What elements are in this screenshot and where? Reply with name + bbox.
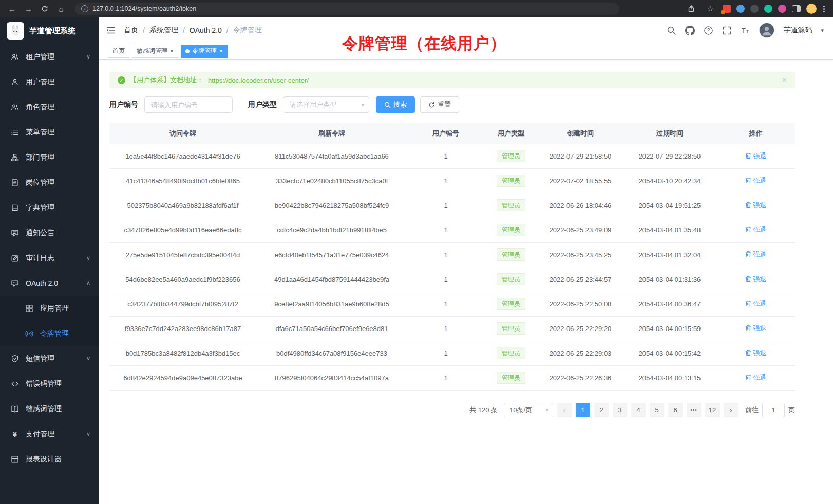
sidebar-item-sms[interactable]: 短信管理 ∨ (0, 346, 99, 371)
user-type-select[interactable]: 请选择用户类型 ▾ (283, 96, 369, 113)
sidebar-item-post[interactable]: 岗位管理 (0, 170, 99, 195)
url-text[interactable]: 127.0.0.1:1024/system/oauth2/token (92, 5, 196, 12)
force-logout-button[interactable]: 强退 (745, 250, 767, 259)
app-logo[interactable]: 芋道管理系统 (0, 17, 99, 44)
sidebar-item-dict[interactable]: 字典管理 (0, 195, 99, 220)
force-logout-button[interactable]: 强退 (745, 324, 767, 333)
sidebar-item-report-designer[interactable]: 报表设计器 (0, 447, 99, 472)
user-menu-caret-icon[interactable]: ▾ (821, 27, 824, 34)
force-logout-button[interactable]: 强退 (745, 299, 767, 308)
doc-link[interactable]: https://doc.iocoder.cn/user-center/ (208, 76, 309, 84)
prev-page-button[interactable]: ‹ (557, 403, 572, 417)
sidebar-item-tenant[interactable]: 租户管理 ∨ (0, 44, 99, 69)
user-type-badge: 管理员 (497, 322, 525, 335)
browser-forward-icon[interactable]: → (22, 2, 35, 15)
force-logout-button[interactable]: 强退 (745, 201, 767, 210)
sidebar-item-payment[interactable]: ¥ 支付管理 ∨ (0, 421, 99, 447)
table-row: 6d842e2924594de9a09e45e087323abe 8796295… (109, 365, 795, 390)
token-table: 访问令牌 刷新令牌 用户编号 用户类型 创建时间 过期时间 操作 1ea5e44… (109, 123, 795, 391)
page-button-2[interactable]: 2 (594, 403, 609, 417)
tab-home[interactable]: 首页 (108, 45, 129, 58)
extension-green-icon[interactable] (764, 5, 772, 13)
table-row: b0d1785bc3a8482f812db4a3f3bd15ec b0df498… (109, 341, 795, 365)
goto-page-input[interactable] (762, 403, 785, 417)
announcement-icon (11, 229, 19, 237)
page-ellipsis[interactable]: ••• (687, 403, 701, 417)
page-button-3[interactable]: 3 (613, 403, 627, 417)
user-id-input[interactable] (144, 96, 233, 113)
close-icon[interactable]: × (170, 48, 174, 54)
share-icon[interactable] (685, 2, 698, 15)
page-button-6[interactable]: 6 (668, 403, 683, 417)
force-logout-label: 强退 (753, 201, 767, 210)
reset-button[interactable]: 重置 (420, 96, 459, 113)
sidebar-item-role[interactable]: 角色管理 (0, 94, 99, 120)
browser-home-icon[interactable]: ⌂ (54, 2, 68, 15)
github-icon[interactable] (685, 26, 695, 35)
page-size-select[interactable]: 10条/页 ▾ (504, 403, 553, 417)
tab-sensitive-word[interactable]: 敏感词管理 × (132, 45, 178, 58)
split-view-icon[interactable] (792, 5, 801, 12)
page-unit-label: 页 (788, 405, 795, 415)
browser-back-icon[interactable]: ← (5, 2, 18, 15)
breadcrumb-home[interactable]: 首页 (124, 26, 138, 35)
page-button-1[interactable]: 1 (576, 403, 590, 417)
next-page-button[interactable]: › (724, 403, 738, 417)
access-token-cell: c347026e805e4d99b0d116eae66eda8c (109, 218, 256, 242)
user-avatar[interactable] (759, 23, 774, 38)
force-logout-button[interactable]: 强退 (745, 176, 767, 185)
search-button[interactable]: 搜索 (376, 96, 415, 113)
alert-close-icon[interactable]: × (782, 75, 787, 85)
extension-blue-icon[interactable] (736, 5, 745, 13)
font-size-icon[interactable]: TT (741, 26, 750, 35)
sidebar-toggle-icon[interactable] (106, 25, 116, 35)
search-icon[interactable] (667, 26, 676, 35)
sidebar-item-user[interactable]: 用户管理 (0, 69, 99, 94)
sidebar-item-dept[interactable]: 部门管理 (0, 145, 99, 170)
site-info-icon[interactable]: i (81, 5, 88, 12)
sidebar-item-oauth2-token[interactable]: 令牌管理 (0, 321, 99, 346)
username[interactable]: 芋道源码 (783, 26, 812, 35)
extension-dark-icon[interactable] (750, 5, 759, 13)
sidebar-item-notice[interactable]: 通知公告 (0, 220, 99, 245)
force-logout-button[interactable]: 强退 (745, 373, 767, 382)
page-button-12[interactable]: 12 (705, 403, 720, 417)
page-content: ✓ 【用户体系】文档地址： https://doc.iocoder.cn/use… (99, 60, 833, 417)
table-row: c347026e805e4d99b0d116eae66eda8c cdfc4ce… (109, 218, 795, 242)
sidebar-item-audit-log[interactable]: 审计日志 ∨ (0, 245, 99, 270)
chevron-up-icon: ∧ (86, 280, 90, 286)
browser-menu-icon[interactable] (822, 5, 826, 13)
breadcrumb-system[interactable]: 系统管理 (149, 26, 178, 35)
sidebar-item-oauth2[interactable]: OAuth 2.0 ∧ (0, 270, 99, 296)
address-bar[interactable]: i 127.0.0.1:1024/system/oauth2/token (75, 3, 619, 15)
user-id-cell: 1 (407, 168, 484, 193)
browser-profile-avatar[interactable] (806, 4, 817, 14)
sidebar-item-menu[interactable]: 菜单管理 (0, 120, 99, 145)
sidebar-item-sensitive-word[interactable]: 敏感词管理 (0, 396, 99, 421)
browser-reload-icon[interactable] (38, 2, 51, 15)
force-logout-button[interactable]: 强退 (745, 225, 767, 235)
user-type-cell: 管理员 (484, 292, 538, 316)
table-row: 502375b8040a469a9b82188afdf6af1f be90422… (109, 193, 795, 218)
sidebar-menu: 租户管理 ∨ 用户管理 角色管理 菜单管理 部门管理 (0, 44, 99, 472)
screen: ← → ⌂ i 127.0.0.1:1024/system/oauth2/tok… (0, 0, 833, 504)
tab-token[interactable]: 令牌管理 × (181, 45, 228, 58)
close-icon[interactable]: × (219, 48, 223, 54)
breadcrumb-oauth2[interactable]: OAuth 2.0 (190, 26, 222, 34)
fullscreen-icon[interactable] (722, 26, 732, 35)
extension-pink-icon[interactable] (778, 5, 786, 13)
sidebar-item-oauth2-app[interactable]: 应用管理 (0, 296, 99, 321)
sidebar-item-error-code[interactable]: 错误码管理 (0, 371, 99, 396)
sidebar-item-label: 支付管理 (26, 430, 54, 439)
refresh-token-cell: b0df4980ffd34c67a08f9156e4eee733 (256, 341, 407, 365)
force-logout-button[interactable]: 强退 (745, 348, 767, 358)
force-logout-button[interactable]: 强退 (745, 151, 767, 161)
force-logout-button[interactable]: 强退 (745, 275, 767, 284)
extension-red-icon[interactable] (723, 5, 731, 13)
help-icon[interactable]: ? (704, 26, 713, 35)
page-button-5[interactable]: 5 (650, 403, 664, 417)
tenant-icon (11, 53, 19, 61)
table-row: f9336e7c7dd242a283ee98dc86b17a87 dfa6c71… (109, 316, 795, 341)
bookmark-star-icon[interactable]: ☆ (704, 2, 717, 15)
page-button-4[interactable]: 4 (631, 403, 646, 417)
